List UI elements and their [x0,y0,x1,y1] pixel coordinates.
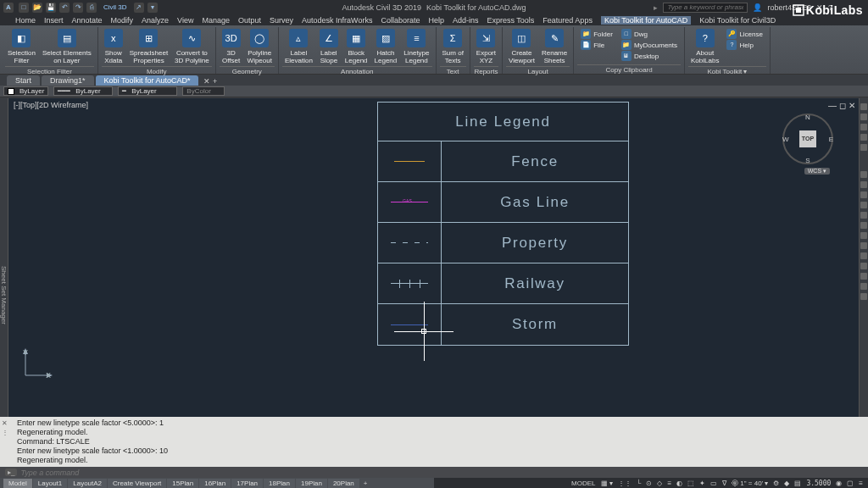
ribbon-button[interactable]: ⊞SpreadsheetProperties [127,27,170,66]
viewcube-south[interactable]: S [805,157,810,164]
ribbon-button[interactable]: ◫CreateViewport [506,27,537,66]
nav-tool-icon[interactable] [860,252,867,259]
status-lineweight-icon[interactable]: ≡ [667,480,671,487]
ribbon-button[interactable]: xShowXdata [102,27,125,66]
ribbon-button[interactable]: ✎RenameSheets [539,27,570,66]
ribbon-small-button[interactable]: 🔑License [726,29,763,39]
ribbon-button[interactable]: ◯PolylineWipeout [245,27,275,66]
ribbon-small-button[interactable]: 📁Folder [581,29,613,39]
layout-tab[interactable]: 16Plan [199,479,231,488]
status-transparency-icon[interactable]: ◐ [676,480,682,487]
nav-tool-icon[interactable] [860,263,867,269]
ribbon-button[interactable]: ▤Select Elementson Layer [40,27,94,66]
command-line[interactable]: ▸_ [0,467,868,478]
viewcube-west[interactable]: W [782,136,789,143]
signin-icon[interactable]: 👤 [753,3,762,12]
nav-tool-icon[interactable] [860,191,867,198]
status-osnap-icon[interactable]: ◇ [657,480,662,487]
qat-share-icon[interactable]: ↗ [134,3,144,13]
qat-new-icon[interactable]: □ [19,3,29,13]
status-model[interactable]: MODEL [571,480,595,487]
nav-tool-icon[interactable] [860,202,867,208]
ribbon-button[interactable]: ∠LabelSlope [317,27,341,66]
menu-tab[interactable]: Kobi Toolkit for Civil3D [699,16,776,25]
ribbon-button[interactable]: ▨HatchLegend [372,27,400,66]
drawing-tab[interactable]: Kobi Toolkit for AutoCAD* [96,75,199,86]
qat-open-icon[interactable]: 📂 [32,3,42,13]
close-icon[interactable]: ✕ [849,101,855,110]
nav-tool-icon[interactable] [860,171,867,178]
nav-tool-icon[interactable] [860,283,867,290]
linetype-combo[interactable]: ━━━ ByLayer [53,86,113,96]
qat-redo-icon[interactable]: ↷ [73,3,83,13]
menu-tab[interactable]: Annotate [72,16,103,25]
status-select-icon[interactable]: ⬚ [687,480,694,487]
viewport-label[interactable]: [-][Top][2D Wireframe] [14,101,88,109]
menu-tab[interactable]: Analyze [142,16,169,25]
drawing-tab[interactable]: Drawing1* [42,75,94,86]
status-polar-icon[interactable]: ⊙ [646,480,652,487]
menu-tab[interactable]: Manage [202,16,230,25]
drawing-tab[interactable]: Start [7,75,40,86]
ribbon-button[interactable]: ⇲ExportXYZ [474,27,498,66]
status-ortho-icon[interactable]: └ [637,480,642,487]
layout-tab[interactable]: Model [3,479,32,488]
ribbon-button[interactable]: ◧SelectionFilter [5,27,38,66]
lineweight-combo[interactable]: ━ ByLayer [118,86,177,96]
layout-tab[interactable]: 17Plan [231,479,263,488]
viewcube-north[interactable]: N [805,114,810,121]
ribbon-small-button[interactable]: ?Help [726,40,763,50]
layout-tab[interactable]: 15Plan [167,479,198,488]
menu-tab[interactable]: Survey [270,16,293,25]
nav-tool-icon[interactable] [860,232,867,239]
layer-combo[interactable]: ByLayer [3,86,48,96]
menu-tab[interactable]: Autodesk InfraWorks [302,16,372,25]
color-combo[interactable]: ByColor [182,86,225,96]
nav-tool-icon[interactable] [860,212,867,219]
status-monitor-icon[interactable]: ◆ [784,480,789,487]
ribbon-button[interactable]: ▦BlockLegend [342,27,370,66]
status-isolate-icon[interactable]: ◉ [836,480,842,487]
status-snap-icon[interactable]: ⋮⋮ [618,480,632,487]
viewcube-east[interactable]: E [829,136,833,143]
status-filter-icon[interactable]: ∇ [722,480,726,487]
cmd-close-icon[interactable]: ✕ [2,419,8,428]
menu-tab[interactable]: Help [428,16,444,25]
layout-tab[interactable]: Create Viewport [108,479,166,488]
qat-print-icon[interactable]: ⎙ [86,3,97,13]
version-tag[interactable]: Civil 3D [100,3,131,13]
status-grid-icon[interactable]: ▦ ▾ [601,480,613,487]
nav-tool-icon[interactable] [860,242,867,249]
cmd-handle-icon[interactable]: ⋮ [2,428,8,437]
command-input[interactable] [20,469,863,477]
layout-tab[interactable]: Layout1 [33,479,67,488]
nav-wheel-icon[interactable] [860,103,867,110]
qat-undo-icon[interactable]: ↶ [59,3,70,13]
nav-orbit-icon[interactable] [860,134,867,141]
menu-tab[interactable]: Modify [111,16,134,25]
minimize-icon[interactable]: — [828,101,837,110]
menu-tab[interactable]: View [177,16,193,25]
status-select2-icon[interactable]: ▭ [710,480,717,487]
drawing-canvas[interactable]: [-][Top][2D Wireframe] — ◻ ✕ TOP N S E W… [8,98,859,450]
nav-showmotion-icon[interactable] [860,144,867,151]
status-gizmo-icon[interactable]: ✦ [699,480,705,487]
nav-zoom-icon[interactable] [860,124,867,130]
status-annoscale[interactable]: 🞋 1" = 40' ▾ [732,480,768,487]
menu-tab[interactable]: Output [238,16,261,25]
ribbon-small-button[interactable]: 🖥Desktop [621,51,677,61]
viewcube[interactable]: TOP N S E W [782,114,833,164]
nav-tool-icon[interactable] [860,222,867,229]
status-customize-icon[interactable]: ≡ [859,480,863,487]
ribbon-button[interactable]: ▵LabelElevation [282,27,315,66]
command-history[interactable]: ✕⋮ Enter new linetype scale factor <5.00… [0,417,868,467]
keyword-search-input[interactable] [663,3,748,13]
ribbon-button[interactable]: 3D3DOffset [220,27,243,66]
nav-tool-icon[interactable] [860,293,867,300]
ribbon-button[interactable]: ?AboutKobiLabs [688,27,721,66]
menu-tab[interactable]: Express Tools [487,16,534,25]
new-drawing-tab[interactable]: ✕ + [200,77,220,86]
qat-dropdown-icon[interactable]: ▾ [147,3,158,13]
command-prompt-icon[interactable]: ▸_ [5,469,17,476]
ribbon-small-button[interactable]: 📄File [581,40,613,50]
